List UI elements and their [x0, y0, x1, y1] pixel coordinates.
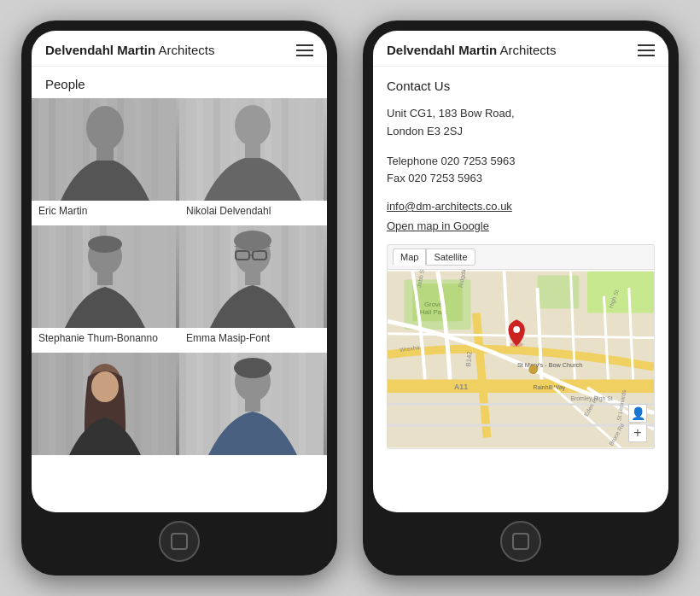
app-title-2: Delvendahl Martin Architects: [387, 43, 556, 57]
map-link[interactable]: Open map in Google: [387, 219, 655, 232]
app-title-1: Delvendahl Martin Architects: [45, 43, 214, 57]
person-name-nikolai: Nikolai Delvendahl: [179, 201, 327, 225]
map-visual: Grove Hall Park A11 Rainhill Way: [388, 270, 654, 449]
person-name-6: [179, 455, 327, 468]
person-silhouette-stephanie: [32, 225, 179, 328]
map-tab-satellite[interactable]: Satellite: [426, 248, 475, 266]
svg-point-101: [513, 326, 520, 333]
person-photo-5: [32, 353, 179, 455]
phone-2: Delvendahl Martin Architects Contact Us …: [363, 20, 679, 576]
svg-point-99: [529, 365, 538, 374]
email-link[interactable]: info@dm-architects.co.uk: [387, 200, 655, 213]
person-photo-emma: [179, 225, 327, 328]
map-person-btn[interactable]: 👤: [628, 404, 647, 423]
person-silhouette-6: [179, 353, 327, 455]
person-item-6[interactable]: [179, 353, 327, 468]
map-zoom-in-btn[interactable]: +: [628, 424, 647, 442]
person-photo-stephanie: [32, 225, 179, 328]
svg-text:A11: A11: [454, 383, 468, 391]
map-tab-map[interactable]: Map: [393, 248, 426, 266]
svg-text:B142: B142: [464, 351, 474, 367]
map-container: Map Satellite Grove: [387, 244, 655, 449]
phone-2-screen: Delvendahl Martin Architects Contact Us …: [373, 31, 668, 512]
person-photo-nikolai: [179, 98, 327, 201]
home-button-2[interactable]: [500, 521, 541, 562]
svg-rect-85: [388, 380, 654, 394]
person-item-stephanie[interactable]: Stephanie Thum-Bonanno: [32, 225, 179, 353]
app-title-normal-1: Architects: [155, 43, 214, 57]
app-header-2: Delvendahl Martin Architects: [373, 31, 668, 67]
map-tabs: Map Satellite: [388, 245, 654, 270]
hamburger-line: [296, 55, 313, 56]
person-silhouette-5: [32, 353, 179, 455]
svg-rect-84: [587, 272, 654, 313]
menu-icon-2[interactable]: [638, 44, 655, 56]
person-item-5[interactable]: [32, 353, 179, 468]
map-zoom-controls: 👤 +: [628, 404, 647, 442]
person-name-eric: Eric Martin: [32, 201, 179, 225]
person-name-stephanie: Stephanie Thum-Bonanno: [32, 328, 179, 353]
phone-1-screen: Delvendahl Martin Architects People: [32, 31, 327, 512]
hamburger-line: [296, 44, 313, 46]
svg-text:Grove: Grove: [424, 301, 442, 308]
person-item-eric[interactable]: Eric Martin: [32, 98, 179, 225]
svg-rect-77: [245, 400, 260, 412]
address-line-1: Unit CG1, 183 Bow Road,: [387, 107, 515, 120]
people-grid: Eric Martin: [32, 98, 327, 468]
person-photo-6: [179, 353, 327, 455]
people-screen-content: People: [32, 67, 327, 512]
svg-rect-36: [97, 273, 113, 285]
fax: Fax 020 7253 5963: [387, 172, 482, 184]
svg-point-35: [88, 236, 122, 253]
app-title-bold-2: Delvendahl Martin: [387, 43, 497, 57]
svg-point-22: [235, 105, 271, 146]
person-name-5: [32, 455, 179, 468]
home-button-1-inner: [171, 533, 188, 550]
home-button-2-inner: [512, 533, 529, 550]
contact-title: Contact Us: [387, 79, 655, 93]
home-button-1[interactable]: [159, 521, 200, 562]
person-silhouette-eric: [32, 98, 179, 201]
app-header-1: Delvendahl Martin Architects: [32, 31, 327, 67]
telephone: Telephone 020 7253 5963: [387, 155, 515, 167]
svg-point-10: [86, 106, 124, 150]
app-title-bold-1: Delvendahl Martin: [45, 43, 155, 57]
map-svg: Grove Hall Park A11 Rainhill Way: [388, 270, 654, 449]
scene: Delvendahl Martin Architects People: [4, 3, 696, 593]
svg-point-64: [91, 371, 119, 402]
person-photo-eric: [32, 98, 179, 201]
hamburger-line: [296, 50, 313, 51]
menu-icon-1[interactable]: [296, 44, 313, 56]
svg-rect-23: [245, 144, 260, 158]
person-silhouette-emma: [179, 225, 327, 328]
phone-1: Delvendahl Martin Architects People: [21, 20, 337, 576]
contact-info-block: Contact Us Unit CG1, 183 Bow Road, Londo…: [373, 67, 668, 461]
svg-rect-52: [245, 272, 260, 285]
hamburger-line: [638, 44, 655, 46]
person-silhouette-nikolai: [179, 98, 327, 201]
svg-point-51: [234, 231, 271, 251]
phone-1-bottom: [32, 512, 327, 565]
svg-text:St Mary's - Bow Church: St Mary's - Bow Church: [517, 361, 582, 369]
person-item-nikolai[interactable]: Nikolai Delvendahl: [179, 98, 327, 225]
svg-rect-11: [96, 148, 114, 161]
svg-text:Rainhill Way: Rainhill Way: [534, 384, 566, 391]
people-section-title: People: [32, 67, 327, 98]
address-line-2: London E3 2SJ: [387, 125, 463, 137]
person-item-emma[interactable]: Emma Masip-Font: [179, 225, 327, 353]
hamburger-line: [638, 50, 655, 51]
person-name-emma: Emma Masip-Font: [179, 328, 327, 353]
contact-phone-block: Telephone 020 7253 5963 Fax 020 7253 596…: [387, 153, 655, 189]
phone-2-bottom: [373, 512, 668, 565]
app-title-normal-2: Architects: [497, 43, 556, 57]
contact-address: Unit CG1, 183 Bow Road, London E3 2SJ: [387, 105, 655, 141]
svg-point-76: [234, 358, 271, 378]
hamburger-line: [638, 55, 655, 56]
contact-screen-content: Contact Us Unit CG1, 183 Bow Road, Londo…: [373, 67, 668, 512]
